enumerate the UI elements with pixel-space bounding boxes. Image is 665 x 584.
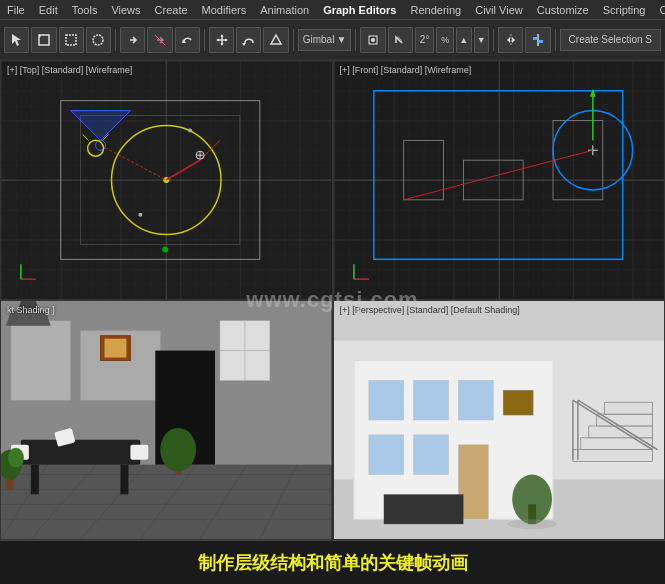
svg-marker-0	[12, 34, 21, 46]
svg-marker-9	[220, 34, 223, 37]
svg-marker-67	[1, 460, 332, 539]
svg-rect-104	[368, 380, 403, 420]
svg-marker-14	[271, 35, 281, 44]
svg-marker-12	[225, 38, 228, 41]
toolbar: Gimbal ▼ 2° % ▲ ▼ Create Selection S	[0, 20, 665, 60]
menu-tools[interactable]: Tools	[65, 2, 105, 18]
menu-file[interactable]: File	[0, 2, 32, 18]
menu-rendering[interactable]: Rendering	[403, 2, 468, 18]
svg-point-4	[93, 35, 103, 45]
toolbar-select-region-btn[interactable]	[31, 27, 56, 53]
menu-views[interactable]: Views	[104, 2, 147, 18]
toolbar-sep5	[493, 29, 494, 51]
viewport-front[interactable]: [+] [Front] [Standard] [Wireframe]	[333, 60, 666, 300]
menu-edit[interactable]: Edit	[32, 2, 65, 18]
svg-rect-106	[458, 380, 493, 420]
subtitle-text: 制作层级结构和简单的关键帧动画	[198, 551, 468, 575]
menubar: File Edit Tools Views Create Modifiers A…	[0, 0, 665, 20]
viewport-top[interactable]: [+] [Top] [Standard] [Wireframe]	[0, 60, 333, 300]
svg-marker-19	[512, 37, 515, 43]
menu-customize[interactable]: Customize	[530, 2, 596, 18]
svg-rect-3	[66, 35, 76, 45]
svg-rect-88	[31, 465, 39, 495]
svg-rect-110	[503, 390, 533, 415]
svg-rect-107	[368, 435, 403, 475]
chevron-down-icon: ▼	[336, 34, 346, 45]
svg-marker-13	[242, 43, 246, 46]
toolbar-select-box-btn[interactable]	[59, 27, 84, 53]
viewports: [+] [Top] [Standard] [Wireframe]	[0, 60, 665, 540]
toolbar-snap3d-btn[interactable]	[360, 27, 385, 53]
svg-point-16	[371, 38, 375, 42]
svg-rect-89	[120, 465, 128, 495]
toolbar-sep6	[555, 29, 556, 51]
svg-rect-114	[588, 426, 652, 438]
svg-rect-22	[538, 40, 543, 43]
svg-rect-108	[413, 435, 448, 475]
toolbar-move-btn[interactable]	[209, 27, 234, 53]
svg-rect-112	[572, 450, 652, 462]
menu-scripting[interactable]: Scripting	[596, 2, 653, 18]
toolbar-sep3	[293, 29, 294, 51]
toolbar-angle-snap-btn[interactable]	[388, 27, 413, 53]
toolbar-select-btn[interactable]	[4, 27, 29, 53]
menu-animation[interactable]: Animation	[253, 2, 316, 18]
svg-point-123	[507, 519, 557, 529]
svg-marker-10	[220, 43, 223, 46]
svg-point-45	[188, 128, 192, 132]
toolbar-gimbal-dropdown[interactable]: Gimbal ▼	[298, 29, 352, 51]
svg-rect-87	[21, 440, 140, 465]
toolbar-spinner-up[interactable]: ▲	[456, 27, 472, 53]
svg-point-43	[162, 246, 168, 252]
viewport-bottomleft[interactable]: kt Shading ]	[0, 300, 333, 540]
toolbar-mirror-btn[interactable]	[498, 27, 523, 53]
toolbar-rotate-btn[interactable]	[236, 27, 261, 53]
toolbar-angle-value[interactable]: 2°	[415, 27, 435, 53]
toolbar-sep2	[204, 29, 205, 51]
svg-point-95	[8, 448, 24, 468]
menu-modifiers[interactable]: Modifiers	[195, 2, 254, 18]
statusbar: 制作层级结构和简单的关键帧动画	[0, 540, 665, 584]
svg-marker-99	[6, 311, 51, 326]
svg-marker-11	[216, 38, 219, 41]
toolbar-percent-snap-btn[interactable]: %	[436, 27, 454, 53]
svg-marker-18	[507, 37, 510, 43]
toolbar-create-selection-btn[interactable]: Create Selection S	[560, 29, 661, 51]
toolbar-sep4	[355, 29, 356, 51]
menu-content[interactable]: Content	[652, 2, 665, 18]
svg-rect-105	[413, 380, 448, 420]
toolbar-scale-btn[interactable]	[263, 27, 288, 53]
menu-civil-view[interactable]: Civil View	[468, 2, 529, 18]
svg-point-97	[160, 428, 196, 472]
svg-rect-86	[105, 339, 127, 358]
toolbar-spinner-down[interactable]: ▼	[474, 27, 490, 53]
svg-rect-116	[604, 402, 652, 414]
toolbar-undo-btn[interactable]	[175, 27, 200, 53]
svg-point-122	[512, 475, 552, 525]
menu-create[interactable]: Create	[148, 2, 195, 18]
toolbar-select-circle-btn[interactable]	[86, 27, 111, 53]
menu-graph-editors[interactable]: Graph Editors	[316, 2, 403, 18]
toolbar-unlink-btn[interactable]	[147, 27, 172, 53]
svg-rect-21	[533, 37, 538, 40]
viewport-perspective[interactable]: [+] [Perspective] [Standard] [Default Sh…	[333, 300, 666, 540]
toolbar-link-btn[interactable]	[120, 27, 145, 53]
svg-rect-111	[383, 494, 463, 524]
toolbar-sep1	[115, 29, 116, 51]
toolbar-align-btn[interactable]	[525, 27, 550, 53]
svg-rect-79	[11, 321, 71, 400]
svg-rect-91	[130, 445, 148, 460]
svg-point-44	[138, 213, 142, 217]
